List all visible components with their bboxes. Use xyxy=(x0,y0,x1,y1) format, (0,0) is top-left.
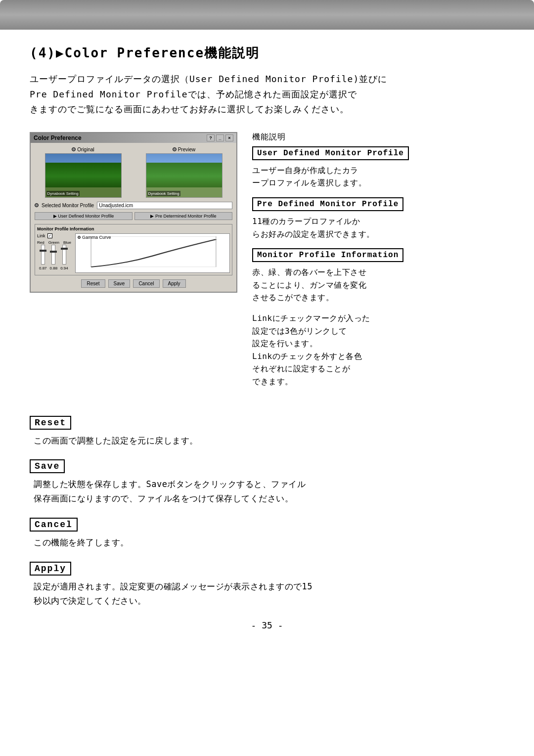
reset-section: Reset この画面で調整した設定を元に戻します。 xyxy=(30,416,504,448)
apply-label-box: Apply xyxy=(30,562,71,576)
rgb-bars: 0.87 0.88 xyxy=(37,246,71,270)
apply-btn-window[interactable]: Apply xyxy=(163,279,186,288)
pre-defined-feature-desc: 11種のカラープロファイルか らお好みの設定を選択できます。 xyxy=(252,215,504,240)
monitor-info-title: Monitor Profile Information xyxy=(37,226,230,231)
reset-label-box: Reset xyxy=(30,416,71,430)
preview-image: Dynabook Setting xyxy=(146,153,222,198)
reset-btn-window[interactable]: Reset xyxy=(81,279,105,288)
help-button[interactable]: ? xyxy=(207,134,215,141)
save-desc: 調整した状態を保存します。Saveボタンをクリックすると、ファイル 保存画面にな… xyxy=(34,477,504,506)
profile-dropdown[interactable]: Unadjusted.icm xyxy=(97,202,232,209)
monitor-info-feature-desc1: 赤、緑、青の各バーを上下させ ることにより、ガンマ値を変化 させるこができます。 xyxy=(252,266,504,304)
intro-text: ユーザープロファイルデータの選択（User Defined Monitor Pr… xyxy=(30,72,504,117)
red-bar: 0.87 xyxy=(39,245,47,270)
top-bar xyxy=(0,0,534,30)
monitor-info-body: Link ✓ Red Green Blue xyxy=(37,233,230,273)
original-preview: Original Dynabook Setting xyxy=(35,147,132,198)
window-titlebar: Color Preference ? _ × xyxy=(31,133,236,143)
preview-preview: Preview Dynabook Setting xyxy=(135,147,232,198)
window-bottom-btns: Reset Save Cancel Apply xyxy=(35,279,232,288)
window-buttons: ? _ × xyxy=(207,134,233,141)
preview-label: Preview xyxy=(173,147,196,152)
preview-row: Original Dynabook Setting xyxy=(35,147,232,198)
original-label: Original xyxy=(72,147,94,152)
pre-defined-feature-box: Pre Defined Monitor Profile xyxy=(252,197,403,211)
bars-section: Link ✓ Red Green Blue xyxy=(37,233,71,273)
apply-section: Apply 設定が適用されます。設定変更の確認メッセージが表示されますので15 … xyxy=(30,562,504,608)
original-image-overlay: Dynabook Setting xyxy=(46,191,80,196)
page-number: - 35 - xyxy=(30,620,504,630)
close-button[interactable]: × xyxy=(225,134,233,141)
cancel-btn-window[interactable]: Cancel xyxy=(133,279,159,288)
link-checkbox[interactable]: ✓ xyxy=(47,233,52,238)
reset-desc: この画面で調整した設定を元に戻します。 xyxy=(34,434,504,448)
monitor-info-feature-desc2: Linkにチェックマークが入った 設定では3色がリンクして 設定を行います。 L… xyxy=(252,312,504,388)
apply-desc: 設定が適用されます。設定変更の確認メッセージが表示されますので15 秒以内で決定… xyxy=(34,579,504,608)
user-defined-feature-box: User Defined Monitor Profile xyxy=(252,146,409,160)
save-label-box: Save xyxy=(30,459,65,473)
user-defined-feature-desc: ユーザー自身が作成したカラ ープロファイルを選択します。 xyxy=(252,164,504,189)
profile-btns-row: ▶ User Defined Monitor Profile ▶ Pre Det… xyxy=(35,212,232,220)
selected-profile-radio[interactable] xyxy=(35,203,39,207)
color-preference-window: Color Preference ? _ × Origina xyxy=(30,132,237,293)
gamma-curve-area: Gamma Curve xyxy=(75,233,230,273)
save-btn-window[interactable]: Save xyxy=(108,279,131,288)
section-title: (4)▶Color Preference機能説明 xyxy=(30,44,504,62)
window-body: Original Dynabook Setting xyxy=(31,143,236,292)
monitor-info-feature-box: Monitor Profile Information xyxy=(252,248,403,262)
original-radio[interactable] xyxy=(72,147,76,151)
gamma-radio[interactable] xyxy=(78,236,81,239)
original-image: Dynabook Setting xyxy=(45,153,122,198)
link-row: Link ✓ xyxy=(37,233,71,238)
minimize-button[interactable]: _ xyxy=(216,134,224,141)
descriptions-area: 機能説明 User Defined Monitor Profile ユーザー自身… xyxy=(252,132,504,396)
red-track[interactable] xyxy=(41,245,45,265)
green-track[interactable] xyxy=(51,245,55,265)
cancel-section: Cancel この機能を終了します。 xyxy=(30,518,504,550)
screenshot-area: Color Preference ? _ × Origina xyxy=(30,132,237,293)
cancel-label-box: Cancel xyxy=(30,518,78,532)
green-bar: 0.88 xyxy=(50,245,58,270)
cancel-desc: この機能を終了します。 xyxy=(34,535,504,550)
user-defined-btn[interactable]: ▶ User Defined Monitor Profile xyxy=(35,212,133,220)
kino-label: 機能説明 xyxy=(252,132,504,142)
save-section: Save 調整した状態を保存します。Saveボタンをクリックすると、ファイル 保… xyxy=(30,459,504,506)
svg-rect-0 xyxy=(91,236,216,267)
selected-profile-row: Selected Monitor Profile Unadjusted.icm xyxy=(35,202,232,209)
main-layout: Color Preference ? _ × Origina xyxy=(30,132,504,396)
preview-image-overlay: Dynabook Setting xyxy=(147,191,180,196)
blue-track[interactable] xyxy=(62,245,66,265)
blue-bar: 0.94 xyxy=(60,245,68,270)
window-title: Color Preference xyxy=(34,134,82,141)
monitor-info-box: Monitor Profile Information Link ✓ Red xyxy=(35,224,232,275)
preview-radio[interactable] xyxy=(173,147,177,151)
pre-defined-btn[interactable]: ▶ Pre Determined Monitor Profile xyxy=(134,212,232,220)
